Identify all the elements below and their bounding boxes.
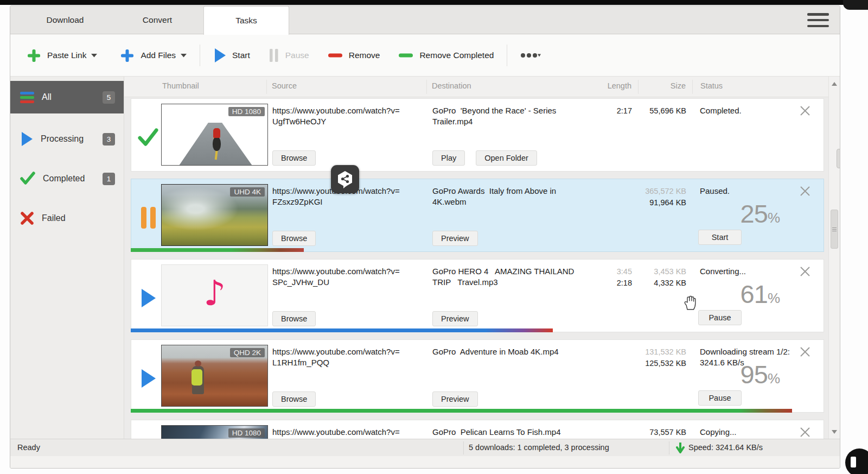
quality-badge: HD 1080 [228,107,265,116]
video-thumbnail-cyclist: HD 1080 [161,104,268,166]
vertical-scrollbar[interactable] [828,77,840,439]
scroll-up-icon[interactable] [829,79,840,89]
col-status: Status [700,81,723,90]
recorder-glyph [851,457,856,467]
browse-button[interactable]: Browse [272,391,316,407]
source-url: https://www.youtube.com/watch?v=SPc_JVHw… [272,266,427,288]
quality-badge: UHD 4K [230,187,265,197]
progress-percent: 25% [741,199,780,229]
remove-completed-icon [398,53,413,58]
speed-down-arrow-icon [676,443,685,455]
task-row-converting[interactable]: ♪ https://www.youtube.com/watch?v=SPc_JV… [131,259,824,332]
length-cell: 2:17 [584,105,632,117]
share-overlay-icon[interactable] [331,165,359,193]
all-filter-icon [20,92,34,103]
header-divider [692,80,693,94]
quality-badge: HD 1080 [228,428,265,438]
audio-thumbnail-music-note: ♪ [161,264,268,326]
close-icon[interactable] [799,265,812,278]
size-cell: 73,557 KB [628,427,686,438]
task-row-downloading[interactable]: QHD 2K https://www.youtube.com/watch?v=L… [131,339,824,413]
row-state-check-icon [138,126,158,149]
col-size: Size [627,81,686,90]
toolbar-separator [200,45,200,66]
progress-percent: 95% [741,359,780,389]
menu-icon[interactable] [807,13,829,27]
video-thumbnail-valley: UHD 4K [161,184,268,246]
add-files-dropdown-icon[interactable] [181,53,187,58]
browse-button[interactable]: Browse [272,231,316,246]
destination-file: GoPro HERO 4 AMAZING THAILAND TRIP Trave… [432,266,582,288]
list-header: Thumbnail Source Destination Length Size… [124,77,828,97]
col-source: Source [272,81,297,90]
video-thumbnail-pelican: HD 1080 [161,425,268,439]
close-icon[interactable] [799,426,812,439]
row-state-pause-icon [138,206,158,229]
paste-link-dropdown-icon[interactable] [91,53,97,58]
paste-link-button[interactable]: Paste Link [27,48,86,63]
remove-completed-button[interactable]: Remove Completed [398,50,494,60]
tab-download[interactable]: Download [18,6,112,34]
start-button[interactable]: Start [213,48,250,63]
processing-play-icon [20,131,33,147]
plus-icon [120,48,135,63]
failed-cross-icon [20,211,34,225]
close-icon[interactable] [799,185,812,198]
sidebar-item-all[interactable]: All 5 [10,81,124,113]
preview-button[interactable]: Preview [432,231,478,246]
tab-convert[interactable]: Convert [112,6,202,34]
tab-tasks[interactable]: Tasks [203,6,289,35]
destination-file: GoPro Pelican Learns To Fish.mp4 [432,427,582,438]
progress-percent: 61% [741,279,780,309]
toolbar-separator [507,45,507,66]
browse-button[interactable]: Browse [272,311,316,326]
task-row-copying[interactable]: HD 1080 https://www.youtube.com/watch?v=… [131,420,824,439]
size-cell: 131,532 KB125,532 KB [628,346,686,369]
quality-badge: QHD 2K [230,348,265,357]
window-edge-grip[interactable] [837,149,840,168]
start-row-button[interactable]: Start [698,230,742,245]
open-folder-button[interactable]: Open Folder [476,150,537,166]
header-divider [638,80,639,94]
status-cell: Converting... [700,266,808,277]
add-files-button[interactable]: Add Files [120,48,176,63]
scrollbar-thumb[interactable] [831,210,838,249]
col-thumbnail: Thumbnail [162,81,199,90]
progress-bar [131,409,792,413]
pause-row-button[interactable]: Pause [698,390,742,406]
screen-recorder-overlay[interactable] [845,448,868,474]
preview-button[interactable]: Preview [432,311,478,326]
more-dots-icon [520,53,541,58]
status-cell: Paused. [700,186,808,197]
status-ready: Ready [17,443,40,452]
sidebar-item-processing[interactable]: Processing 3 [10,125,124,153]
pause-row-button[interactable]: Pause [698,310,742,325]
length-cell: 3:452:18 [584,266,632,289]
sidebar: All 5 Processing 3 Completed 1 Failed [10,77,124,439]
status-cell: Copying... [700,427,808,438]
source-url: https://www.youtube.com/watch?v=UgfTw6He… [272,105,427,127]
music-note-icon: ♪ [203,276,226,311]
more-actions-button[interactable] [520,53,541,58]
count-badge: 1 [103,173,115,185]
row-state-play-icon [138,287,158,309]
status-bar: Ready 5 downloads: 1 completed, 3 proces… [10,439,840,456]
preview-button[interactable]: Preview [432,391,478,407]
pause-button[interactable]: Pause [269,48,309,62]
browse-button[interactable]: Browse [272,150,316,166]
close-icon[interactable] [799,345,812,358]
sidebar-item-failed[interactable]: Failed [10,205,124,232]
header-divider [266,80,267,94]
play-button[interactable]: Play [432,150,465,166]
completed-check-icon [20,172,35,186]
close-icon[interactable] [799,104,812,117]
scroll-down-icon[interactable] [829,427,840,437]
status-speed: Speed: 3241.64 KB/s [688,443,763,452]
header-divider [426,80,427,94]
sidebar-item-completed[interactable]: Completed 1 [10,165,124,192]
task-row-completed[interactable]: HD 1080 https://www.youtube.com/watch?v=… [131,98,824,172]
size-cell: 55,696 KB [628,105,686,117]
task-row-paused[interactable]: UHD 4K https://www.youtube.com/watch?v=F… [131,179,824,252]
destination-file: GoPro Awards Italy from Above in 4K.webm [432,186,582,207]
remove-button[interactable]: Remove [328,50,380,60]
